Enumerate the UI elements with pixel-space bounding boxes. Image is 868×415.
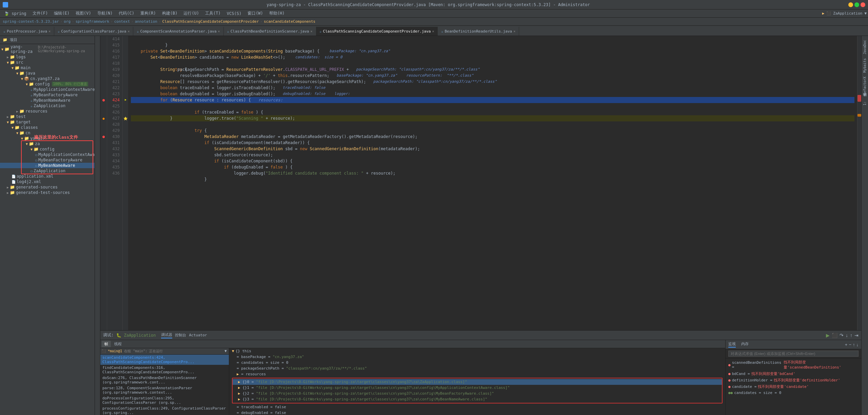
breadcrumb-method[interactable]: scanCandidateComponents — [264, 19, 315, 24]
var-resource-3[interactable]: ▶ {}3 = "file [D:\Projects\0-GitWorks\ya… — [233, 396, 722, 402]
tree-item-mybeanname-class[interactable]: ◻ MyBeanNameAware — [0, 163, 95, 168]
frame-item-2[interactable]: doScan:276, ClassPathBeanDefinitionScann… — [100, 375, 229, 385]
menu-run[interactable]: 运行(U) — [181, 10, 202, 17]
frame-item-active[interactable]: scanCandidateComponents:424, ClassPathSc… — [100, 355, 229, 365]
tab-postprocessor[interactable]: ☕ PostProcessor.java × — [0, 27, 54, 36]
tree-item-myapp-class[interactable]: ◻ MyApplicationContextAware — [0, 152, 95, 157]
breadcrumb-springframework[interactable]: springframework — [76, 19, 109, 24]
tree-item-project[interactable]: ▼ 📁 yang-spring-za D:\Projects\0-GitWork… — [0, 44, 95, 54]
subtab-frames[interactable]: 帧 — [102, 341, 111, 347]
frame-item-4[interactable]: doProcessConfigurationClass:295, Configu… — [100, 395, 229, 406]
tree-item-zaapp[interactable]: ☕ ZaApplication — [0, 103, 95, 108]
panel-mybaits[interactable]: Mybaits — [863, 57, 867, 74]
breadcrumb-jar[interactable]: spring-context-5.3.23.jar — [3, 19, 59, 24]
tree-item-yang37[interactable]: ▼ 📁 yang37 — [0, 136, 95, 141]
tree-item-config-classes[interactable]: ▼ 📁 config — [0, 146, 95, 152]
tree-item-java[interactable]: ▼ 📁 java — [0, 71, 95, 76]
tree-item-mybeanname[interactable]: ☕ MyBeanNameAware — [0, 98, 95, 103]
debug-arrow-gutter: ➤ ⭐ — [123, 36, 128, 330]
var-resource-0[interactable]: ▶ {}0 = "file [D:\Projects\0-GitWorks\ya… — [233, 379, 722, 385]
tree-item-mybean-factory-class[interactable]: ◻ MyBeanFactoryAware — [0, 157, 95, 163]
tab-debugger[interactable]: 调试器 — [161, 332, 172, 338]
tab-console[interactable]: 控制台 — [175, 333, 186, 338]
debug-step-out-btn[interactable]: ↑ — [850, 333, 852, 338]
tree-item-logs[interactable]: ▶ 📁 logs — [0, 54, 95, 60]
tab-classpathscanning[interactable]: ☕ ClassPathScanningCandidateComponentPro… — [316, 27, 438, 36]
tree-item-src[interactable]: ▼ 📁 src — [0, 60, 95, 65]
tree-item-mybean-factory[interactable]: ☕ MyBeanFactoryAware — [0, 92, 95, 98]
tree-item-config[interactable]: ▼ 📁 config 100%, 86% 行已覆盖 — [0, 81, 95, 87]
tree-item-za[interactable]: ▼ 📁 za — [0, 141, 95, 146]
breadcrumb-class[interactable]: ClassPathScanningCandidateComponentProvi… — [162, 19, 259, 24]
tree-item-target[interactable]: ▼ 📁 target — [0, 119, 95, 125]
menu-app[interactable]: 🍃 spring — [1, 11, 29, 17]
tab-beanscanner[interactable]: ☕ ClassPathBeanDefinitionScanner.java × — [224, 27, 316, 36]
var-resource-1[interactable]: ▶ {}1 = "file [D:\Projects\0-GitWorks\ya… — [233, 385, 722, 391]
menu-window[interactable]: 窗口(W) — [245, 10, 266, 17]
var-resources[interactable]: ▶ = resources — [229, 371, 725, 377]
code-content[interactable]: } private Set<BeanDefinition> scanCandid… — [128, 36, 857, 330]
tab-memory[interactable]: 内存 — [741, 341, 749, 348]
sidebar-title: 📁 项目 — [3, 37, 17, 42]
menu-build[interactable]: 构建(B) — [159, 10, 180, 17]
tab-watch[interactable]: 监视 — [728, 341, 736, 348]
menu-help[interactable]: 帮助(H) — [267, 10, 288, 17]
line-numbers: 414 415 416 417 418 419 420 421 422 423 … — [107, 36, 123, 330]
tree-item-main[interactable]: ▼ 📁 main — [0, 65, 95, 71]
debug-step-into-btn[interactable]: ↓ — [846, 333, 848, 338]
watch-input[interactable] — [728, 351, 859, 357]
menu-tools[interactable]: 工具(T) — [202, 10, 223, 17]
sidebar-tree: ▼ 📁 yang-spring-za D:\Projects\0-GitWork… — [0, 44, 95, 415]
tree-item-generated-test[interactable]: ▶ 📁 generated-test-sources — [0, 190, 95, 195]
panel-javadoc[interactable]: JavaDoc — [863, 39, 867, 56]
menu-vcs[interactable]: VCS(S) — [224, 11, 244, 17]
tab-actuator[interactable]: Actuator — [189, 333, 207, 337]
breadcrumb-annotation[interactable]: annotation — [135, 19, 157, 24]
frames-list: ⬛ *main@1 在组 "main": 正在运行 ▼ scanCandidat… — [100, 348, 229, 415]
tree-item-generated-sources[interactable]: ▶ 📁 generated-sources — [0, 184, 95, 190]
var-traceenabled: = traceEnabled = false — [229, 404, 725, 410]
maximize-button[interactable] — [854, 2, 859, 7]
menu-refactor[interactable]: 重构(R) — [138, 10, 159, 17]
watch-add-btn[interactable]: + — [845, 342, 848, 347]
debug-run-to-cursor-btn[interactable]: ⇥ — [854, 333, 859, 338]
breadcrumb-context[interactable]: context — [114, 19, 130, 24]
tree-item-log4j2[interactable]: 📄 log4j2.xml — [0, 179, 95, 184]
tab-beanreaderutils[interactable]: ☕ BeanDefinitionReaderUtils.java × — [438, 27, 519, 36]
frame-item-5[interactable]: processConfigurationClass:249, Configura… — [100, 406, 229, 415]
panel-sidebar[interactable]: 1: 建议 — [863, 98, 867, 107]
tree-item-myapplication[interactable]: ☕ MyApplicationContextAware — [0, 87, 95, 92]
menu-navigate[interactable]: 导航(N) — [95, 10, 116, 17]
close-button[interactable] — [861, 2, 865, 7]
tree-item-test[interactable]: ▶ 📁 test — [0, 114, 95, 119]
tab-configparser[interactable]: ☕ ConfigurationClassParser.java × — [54, 27, 133, 36]
menu-file[interactable]: 文件(F) — [30, 10, 51, 17]
tree-item-appxml[interactable]: 📄 application.xml — [0, 174, 95, 179]
frame-item-3[interactable]: parse:128, ComponentScanAnnotationParser… — [100, 385, 229, 395]
debug-play-btn[interactable]: ▶ — [826, 333, 830, 338]
menu-view[interactable]: 视图(V) — [73, 10, 94, 17]
debug-stop-btn[interactable]: ⬛ — [832, 333, 837, 338]
tree-item-package[interactable]: ▼ 📦 cn.yang37.za — [0, 76, 95, 81]
watch-remove-btn[interactable]: − — [849, 342, 851, 347]
menu-edit[interactable]: 编辑(E) — [51, 10, 72, 17]
watch-down-btn[interactable]: ↓ — [856, 342, 859, 347]
debug-step-over-btn[interactable]: ↷ — [840, 333, 844, 338]
panel-refactor[interactable]: RefactorX — [863, 75, 867, 96]
subtab-threads[interactable]: 线程 — [112, 341, 124, 347]
var-resources-container: ▶ = resources ▶ {}0 = "file [D:\Projects… — [229, 371, 725, 403]
thread-filter-btn[interactable]: ▼ — [224, 349, 228, 353]
var-resource-2[interactable]: ▶ {}2 = "file [D:\Projects\0-GitWorks\ya… — [233, 391, 722, 396]
tree-item-classes[interactable]: ▼ 📁 classes — [0, 125, 95, 130]
minimize-button[interactable] — [848, 2, 853, 7]
watch-up-btn[interactable]: ↑ — [853, 342, 855, 347]
breadcrumb-org[interactable]: org — [64, 19, 71, 24]
frame-item-1[interactable]: findCandidateComponents:316, ClassPathSc… — [100, 365, 229, 375]
watch-item-2: ● bdCand = 找不到局部变量'bdCand' — [726, 371, 861, 377]
var-this[interactable]: ▼ {} this — [229, 348, 725, 354]
tree-item-zaapp-class[interactable]: ◻ ZaApplication — [0, 168, 95, 174]
menu-code[interactable]: 代码(C) — [116, 10, 137, 17]
tree-item-resources[interactable]: ▶ 📁 resources — [0, 108, 95, 114]
tab-scanparser[interactable]: ☕ ComponentScanAnnotationParser.java × — [133, 27, 223, 36]
tree-item-cn[interactable]: ▼ 📁 cn — [0, 130, 95, 136]
